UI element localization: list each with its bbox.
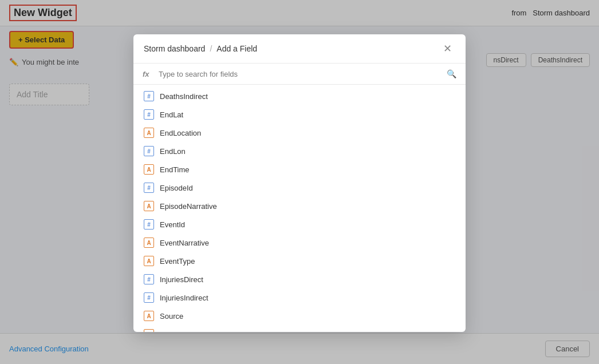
field-type-badge: A [144,164,154,175]
search-input[interactable] [159,70,442,78]
modal-header: Storm dashboard / Add a Field ✕ [133,34,466,64]
field-name-label: InjuriesDirect [160,275,203,284]
field-item[interactable]: #InjuriesDirect [133,270,466,288]
page-wrapper: New Widget from Storm dashboard + Select… [0,0,599,364]
field-type-badge: # [144,292,154,303]
fx-icon: fx [143,70,154,78]
search-icon: 🔍 [447,69,456,78]
field-item[interactable]: #EndLat [133,105,466,124]
field-type-badge: # [144,183,154,193]
field-type-badge: A [144,329,154,332]
field-list: #DeathsIndirect#EndLatAEndLocation#EndLo… [133,85,466,332]
field-item[interactable]: AEpisodeNarrative [133,197,466,215]
modal-overlay: Storm dashboard / Add a Field ✕ fx 🔍 #De… [0,0,599,364]
field-name-label: InjuriesIndirect [160,294,208,302]
field-item[interactable]: #EndLon [133,142,466,160]
field-name-label: EndLon [160,147,186,156]
field-name-label: EventType [160,257,195,266]
field-type-badge: A [144,201,154,211]
field-item[interactable]: AEventType [133,252,466,270]
field-type-badge: A [144,311,154,321]
modal-dashboard-name: Storm dashboard [144,44,205,53]
field-type-badge: # [144,219,154,230]
field-type-badge: A [144,256,154,266]
field-name-label: DeathsIndirect [160,92,208,101]
field-item[interactable]: ASource [133,307,466,325]
field-name-label: EndLat [160,110,183,119]
field-name-label: EpisodeId [160,184,193,192]
field-type-badge: # [144,146,154,156]
modal-separator: / [210,44,212,53]
field-item[interactable]: #EpisodeId [133,179,466,197]
field-name-label: StartTime [160,330,192,333]
add-field-modal: Storm dashboard / Add a Field ✕ fx 🔍 #De… [133,34,466,332]
modal-title: Storm dashboard / Add a Field [144,44,257,53]
field-name-label: EndTime [160,165,190,174]
field-name-label: EventId [160,220,185,229]
field-item[interactable]: AStartTime [133,325,466,332]
field-item[interactable]: #EventId [133,215,466,234]
field-type-badge: # [144,109,154,120]
field-name-label: EventNarrative [160,239,209,247]
field-item[interactable]: #DeathsIndirect [133,87,466,105]
field-item[interactable]: AEndLocation [133,124,466,142]
field-item[interactable]: AEventNarrative [133,234,466,252]
field-item[interactable]: AEndTime [133,160,466,179]
search-row: fx 🔍 [133,64,466,85]
modal-close-button[interactable]: ✕ [440,42,455,55]
field-type-badge: # [144,274,154,284]
field-type-badge: A [144,238,154,248]
field-name-label: Source [160,312,183,321]
field-item[interactable]: #InjuriesIndirect [133,288,466,307]
field-name-label: EndLocation [160,129,201,137]
field-type-badge: # [144,91,154,101]
modal-page-name: Add a Field [216,44,257,53]
field-type-badge: A [144,128,154,138]
field-name-label: EpisodeNarrative [160,202,217,211]
